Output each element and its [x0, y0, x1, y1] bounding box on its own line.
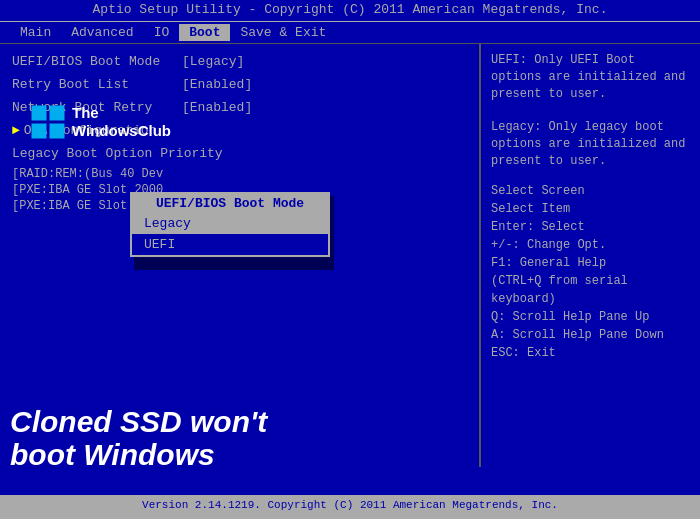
bios-row-retry: Retry Boot List [Enabled] — [12, 77, 467, 92]
bios-value-boot-mode[interactable]: [Legacy] — [182, 54, 244, 69]
bios-label-retry: Retry Boot List — [12, 77, 182, 92]
boot-option-1: [RAID:REM:(Bus 40 Dev — [12, 167, 467, 181]
menu-item-io[interactable]: IO — [144, 24, 180, 41]
svg-rect-2 — [32, 124, 47, 139]
overlay-line1: Cloned SSD won't — [10, 405, 470, 438]
key-help: Select Screen Select Item Enter: Select … — [491, 182, 690, 362]
dropdown-option-uefi[interactable]: UEFI — [132, 234, 328, 255]
menu-item-main[interactable]: Main — [10, 24, 61, 41]
overlay-text: Cloned SSD won't boot Windows — [10, 405, 470, 471]
bottom-bar: Version 2.14.1219. Copyright (C) 2011 Am… — [0, 495, 700, 519]
svg-rect-1 — [50, 106, 65, 121]
dropdown-popup: UEFI/BIOS Boot Mode Legacy UEFI — [130, 192, 330, 257]
watermark-text: TheWindowsClub — [72, 104, 171, 140]
section-title: Legacy Boot Option Priority — [12, 146, 467, 161]
windows-logo-icon — [30, 104, 66, 140]
bios-row-boot-mode: UEFI/BIOS Boot Mode [Legacy] — [12, 54, 467, 69]
menu-item-boot[interactable]: Boot — [179, 24, 230, 41]
arrow-icon: ► — [12, 123, 20, 138]
dropdown-option-legacy[interactable]: Legacy — [132, 213, 328, 234]
dropdown-title: UEFI/BIOS Boot Mode — [132, 194, 328, 213]
menu-bar: Main Advanced IO Boot Save & Exit — [0, 22, 700, 44]
bios-label-boot-mode: UEFI/BIOS Boot Mode — [12, 54, 182, 69]
top-title: Aptio Setup Utility - Copyright (C) 2011… — [6, 2, 694, 17]
bios-value-retry[interactable]: [Enabled] — [182, 77, 252, 92]
left-panel: UEFI/BIOS Boot Mode [Legacy] Retry Boot … — [0, 44, 480, 467]
overlay-line2: boot Windows — [10, 438, 470, 471]
menu-item-save-exit[interactable]: Save & Exit — [230, 24, 336, 41]
right-panel: UEFI: Only UEFI Boot options are initial… — [480, 44, 700, 467]
top-bar: Aptio Setup Utility - Copyright (C) 2011… — [0, 0, 700, 22]
bios-value-network-boot[interactable]: [Enabled] — [182, 100, 252, 115]
svg-rect-0 — [32, 106, 47, 121]
svg-rect-3 — [50, 124, 65, 139]
main-layout: UEFI/BIOS Boot Mode [Legacy] Retry Boot … — [0, 44, 700, 467]
help-text: UEFI: Only UEFI Boot options are initial… — [491, 52, 690, 170]
menu-item-advanced[interactable]: Advanced — [61, 24, 143, 41]
bottom-bar-text: Version 2.14.1219. Copyright (C) 2011 Am… — [142, 499, 558, 511]
watermark: TheWindowsClub — [30, 104, 171, 140]
